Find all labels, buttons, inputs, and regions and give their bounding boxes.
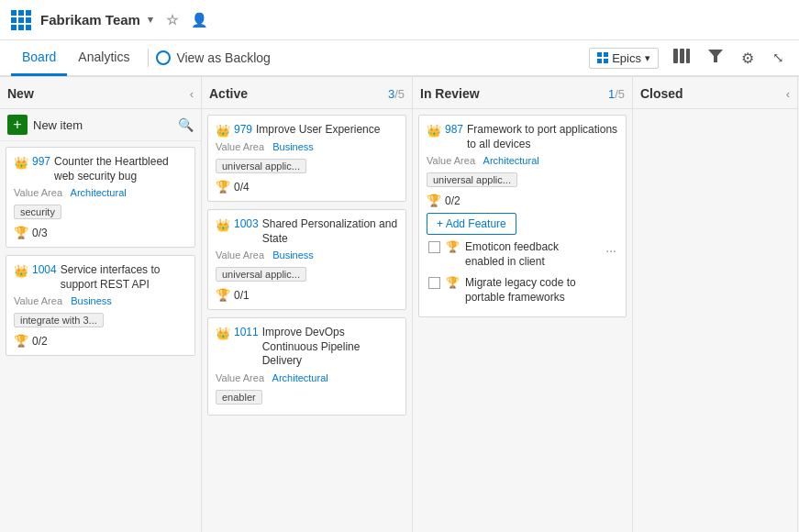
team-name: Fabrikam Team bbox=[40, 12, 140, 28]
epics-label: Epics bbox=[612, 51, 641, 65]
trophy-icon-1004: 🏆 bbox=[14, 334, 28, 348]
svg-rect-0 bbox=[673, 49, 678, 63]
card-997-id: 997 bbox=[32, 155, 50, 168]
card-1003-score: 🏆 0/1 bbox=[216, 288, 398, 302]
new-item-label: New item bbox=[33, 118, 172, 132]
svg-rect-2 bbox=[686, 49, 690, 63]
card-1011-crown-icon: 👑 bbox=[216, 327, 230, 340]
column-title-inreview: In Review bbox=[420, 86, 603, 101]
card-979-meta-label: Value Area bbox=[216, 141, 264, 152]
columns-icon[interactable] bbox=[670, 47, 694, 69]
card-997-meta: Value Area Architectural bbox=[14, 187, 187, 198]
active-count-total: /5 bbox=[394, 87, 405, 101]
card-979[interactable]: 👑 979 Improve User Experience Value Area… bbox=[207, 115, 406, 202]
card-1011[interactable]: 👑 1011 Improve DevOps Continuous Pipelin… bbox=[207, 317, 406, 416]
card-997[interactable]: 👑 997 Counter the Heartbleed web securit… bbox=[6, 147, 195, 248]
card-1011-title: Improve DevOps Continuous Pipeline Deliv… bbox=[262, 326, 398, 369]
people-icon[interactable]: 👤 bbox=[191, 12, 208, 28]
new-item-add-button[interactable]: + bbox=[7, 115, 28, 135]
column-inreview: In Review 1/5 👑 987 Framework to port ap… bbox=[413, 77, 633, 532]
card-997-score: 🏆 0/3 bbox=[14, 226, 187, 239]
filter-icon[interactable] bbox=[705, 48, 727, 68]
card-979-header: 👑 979 Improve User Experience bbox=[216, 123, 398, 138]
nav-analytics[interactable]: Analytics bbox=[67, 39, 140, 76]
card-1004[interactable]: 👑 1004 Service interfaces to support RES… bbox=[6, 255, 195, 356]
card-997-tag[interactable]: security bbox=[14, 205, 61, 219]
star-icon[interactable]: ☆ bbox=[166, 12, 178, 28]
card-987-score: 🏆 0/2 bbox=[427, 194, 618, 207]
card-987[interactable]: 👑 987 Framework to port applications to … bbox=[418, 115, 627, 317]
feature-checkbox-0[interactable] bbox=[428, 241, 440, 253]
view-as-backlog-label: View as Backlog bbox=[176, 50, 270, 65]
card-979-meta: Value Area Business bbox=[216, 141, 398, 152]
card-1011-header: 👑 1011 Improve DevOps Continuous Pipelin… bbox=[216, 326, 398, 369]
column-title-active: Active bbox=[209, 86, 383, 101]
nav-bar: Board Analytics View as Backlog Epics ▾ … bbox=[0, 40, 799, 77]
column-new-body: 👑 997 Counter the Heartbleed web securit… bbox=[0, 141, 201, 532]
card-1004-tag[interactable]: integrate with 3... bbox=[14, 313, 104, 327]
card-997-crown-icon: 👑 bbox=[14, 156, 28, 170]
card-979-title: Improve User Experience bbox=[256, 123, 380, 138]
header: Fabrikam Team ▾ ☆ 👤 bbox=[0, 0, 799, 40]
card-1004-meta-label: Value Area bbox=[14, 295, 62, 306]
card-987-meta: Value Area Architectural bbox=[427, 155, 618, 166]
card-979-value-area: Business bbox=[272, 141, 314, 152]
card-1003-header: 👑 1003 Shared Personalization and State bbox=[216, 217, 398, 246]
column-header-closed: Closed ‹ bbox=[633, 77, 797, 109]
card-987-meta-label: Value Area bbox=[427, 155, 475, 166]
card-1011-id: 1011 bbox=[234, 326, 259, 338]
card-1003-id: 1003 bbox=[234, 217, 259, 230]
card-997-meta-label: Value Area bbox=[14, 187, 62, 198]
card-1011-tag[interactable]: enabler bbox=[216, 390, 262, 405]
settings-icon[interactable]: ⚙ bbox=[738, 48, 758, 69]
column-chevron-new[interactable]: ‹ bbox=[190, 87, 194, 101]
column-header-new: New ‹ bbox=[0, 77, 201, 109]
board: New ‹ + New item 🔍 👑 997 Counter the Hea… bbox=[0, 77, 799, 532]
expand-icon[interactable]: ⤡ bbox=[769, 48, 788, 68]
column-chevron-closed[interactable]: ‹ bbox=[786, 87, 790, 101]
column-title-new: New bbox=[7, 86, 190, 101]
team-chevron-icon[interactable]: ▾ bbox=[148, 14, 153, 26]
add-feature-button[interactable]: + Add Feature bbox=[427, 213, 516, 235]
feature-crown-0: 🏆 bbox=[446, 240, 460, 253]
card-979-tag[interactable]: universal applic... bbox=[216, 159, 306, 173]
add-feature-section: + Add Feature 🏆 Emoticon feedback enable… bbox=[427, 213, 618, 308]
search-icon[interactable]: 🔍 bbox=[178, 117, 194, 132]
column-active: Active 3/5 👑 979 Improve User Experience… bbox=[202, 77, 413, 532]
column-title-closed: Closed bbox=[640, 86, 786, 101]
card-1004-value-area: Business bbox=[71, 295, 112, 306]
column-new: New ‹ + New item 🔍 👑 997 Counter the Hea… bbox=[0, 77, 202, 532]
card-1004-score-value: 0/2 bbox=[32, 335, 48, 348]
card-997-header: 👑 997 Counter the Heartbleed web securit… bbox=[14, 155, 187, 183]
trophy-icon: 🏆 bbox=[14, 226, 28, 239]
card-979-id: 979 bbox=[234, 123, 252, 136]
card-1003-value-area: Business bbox=[272, 249, 314, 260]
card-1004-crown-icon: 👑 bbox=[14, 264, 28, 278]
nav-left: Board Analytics View as Backlog bbox=[11, 39, 271, 76]
epics-dropdown[interactable]: Epics ▾ bbox=[589, 48, 659, 69]
card-1011-value-area: Architectural bbox=[272, 372, 328, 383]
card-1004-id: 1004 bbox=[32, 263, 57, 276]
epics-chevron-icon: ▾ bbox=[645, 52, 650, 64]
feature-dots-0[interactable]: ... bbox=[605, 240, 616, 255]
column-active-body: 👑 979 Improve User Experience Value Area… bbox=[202, 109, 412, 532]
card-1004-score: 🏆 0/2 bbox=[14, 334, 187, 348]
card-1003-score-value: 0/1 bbox=[234, 289, 250, 302]
card-987-crown-icon: 👑 bbox=[427, 124, 441, 138]
card-1003[interactable]: 👑 1003 Shared Personalization and State … bbox=[207, 209, 406, 310]
nav-right: Epics ▾ ⚙ ⤡ bbox=[589, 47, 788, 69]
card-1003-tag[interactable]: universal applic... bbox=[216, 267, 306, 282]
trophy-icon-979: 🏆 bbox=[216, 180, 230, 194]
card-987-id: 987 bbox=[445, 123, 463, 136]
nav-view-as-backlog[interactable]: View as Backlog bbox=[156, 50, 270, 65]
card-987-tag[interactable]: universal applic... bbox=[427, 172, 517, 187]
feature-item-1: 🏆 Migrate legacy code to portable framew… bbox=[427, 272, 618, 308]
nav-board[interactable]: Board bbox=[11, 39, 67, 76]
feature-checkbox-1[interactable] bbox=[428, 277, 440, 289]
card-979-score-value: 0/4 bbox=[234, 181, 250, 194]
column-closed: Closed ‹ bbox=[633, 77, 798, 532]
column-closed-body bbox=[633, 109, 797, 532]
column-header-active: Active 3/5 bbox=[202, 77, 412, 109]
column-header-inreview: In Review 1/5 bbox=[413, 77, 632, 109]
svg-rect-1 bbox=[680, 49, 684, 63]
